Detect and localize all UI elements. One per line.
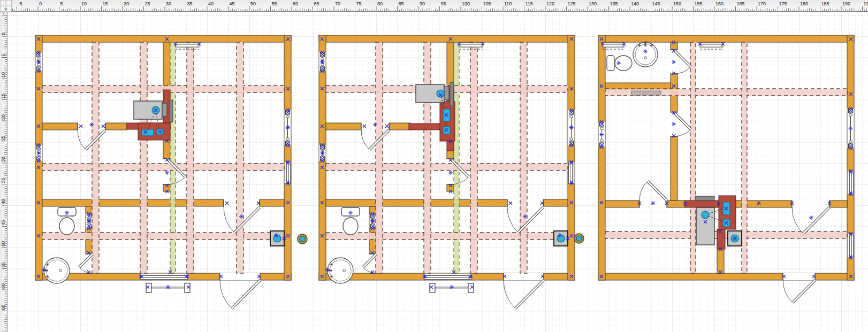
- wall[interactable]: [667, 200, 685, 207]
- window[interactable]: [569, 161, 574, 184]
- window[interactable]: [849, 109, 853, 148]
- plan-canvas[interactable]: -505101520253035404550556065707580859095…: [0, 0, 868, 332]
- window-sash: [569, 162, 574, 183]
- h-ruler-label: 190: [842, 1, 850, 6]
- radiator[interactable]: [631, 91, 661, 95]
- wall[interactable]: [671, 136, 677, 200]
- sink-bowl: [635, 44, 656, 65]
- wall[interactable]: [260, 199, 284, 206]
- wall[interactable]: [598, 273, 854, 280]
- upper-level-wall-pink[interactable]: [42, 164, 284, 171]
- v-ruler-label: 20: [1, 114, 6, 120]
- upper-level-wall-pink[interactable]: [470, 42, 477, 273]
- fixture-center: [576, 236, 582, 241]
- wall[interactable]: [284, 35, 291, 280]
- wall[interactable]: [543, 199, 568, 206]
- wall[interactable]: [568, 35, 575, 280]
- upper-level-wall-pink[interactable]: [92, 42, 99, 273]
- window[interactable]: [848, 171, 854, 195]
- upper-level-wall-pink[interactable]: [605, 231, 847, 238]
- wall[interactable]: [447, 151, 454, 159]
- door-opening: [220, 273, 260, 280]
- h-ruler-label: 185: [821, 1, 829, 6]
- window[interactable]: [321, 145, 325, 161]
- upper-level-wall-pink[interactable]: [42, 233, 284, 240]
- selection-star-icon: [321, 151, 325, 155]
- upper-level-wall-pink[interactable]: [742, 42, 747, 273]
- wall[interactable]: [35, 35, 291, 42]
- upper-level-wall-pink[interactable]: [690, 42, 696, 273]
- upper-level-wall-pink[interactable]: [187, 42, 194, 273]
- stove-body: [685, 200, 719, 207]
- upper-level-wall-pink[interactable]: [140, 42, 147, 273]
- h-ruler-label: 5: [60, 1, 63, 6]
- selection-star-icon: [348, 211, 353, 215]
- boiler[interactable]: [554, 231, 568, 246]
- boiler-dial: [273, 235, 281, 242]
- cabinet-tab: [444, 87, 449, 100]
- circular-fixture[interactable]: [298, 234, 307, 244]
- wall[interactable]: [42, 199, 224, 206]
- window-sash: [424, 274, 471, 280]
- upper-level-wall-pink[interactable]: [326, 233, 568, 240]
- wall[interactable]: [163, 42, 170, 90]
- selection-star-icon: [373, 122, 377, 127]
- selection-star-icon: [239, 214, 243, 219]
- h-ruler-label: 165: [737, 1, 745, 6]
- window-sash-handle: [849, 141, 852, 143]
- h-ruler-label: 35: [187, 1, 193, 6]
- wall[interactable]: [326, 123, 361, 130]
- shelf-top: [176, 43, 199, 47]
- window[interactable]: [848, 233, 854, 258]
- wall[interactable]: [447, 42, 454, 87]
- h-ruler-label: 115: [526, 1, 533, 6]
- wall[interactable]: [163, 140, 170, 159]
- window[interactable]: [140, 274, 188, 280]
- h-ruler-label: 50: [250, 1, 256, 6]
- wall[interactable]: [598, 35, 854, 42]
- wall[interactable]: [389, 123, 410, 130]
- selection-star-icon: [325, 267, 330, 272]
- h-ruler-label: 70: [335, 1, 340, 6]
- h-ruler-label: 110: [504, 1, 512, 6]
- upper-level-wall-pink[interactable]: [376, 42, 383, 273]
- wall[interactable]: [42, 123, 78, 130]
- h-ruler-label: 170: [758, 1, 766, 6]
- window-sash: [848, 171, 854, 194]
- fixture-center: [300, 236, 305, 242]
- drain-icon: [59, 269, 62, 272]
- window[interactable]: [37, 145, 41, 161]
- selection-star-icon: [448, 171, 453, 175]
- upper-level-wall-pink[interactable]: [520, 42, 527, 273]
- circular-fixture[interactable]: [574, 234, 584, 243]
- wall[interactable]: [671, 42, 677, 50]
- window[interactable]: [600, 122, 604, 147]
- selection-star-icon: [286, 125, 290, 129]
- window-sash-handle: [37, 58, 40, 60]
- window[interactable]: [285, 161, 291, 184]
- radiator-bar: [695, 196, 714, 200]
- upper-level-wall-pink[interactable]: [237, 42, 243, 273]
- stove-body: [447, 141, 454, 151]
- h-ruler-label: 85: [399, 1, 404, 6]
- v-ruler-label: 45: [1, 220, 6, 225]
- selection-star-icon: [320, 60, 324, 64]
- drain-icon: [644, 57, 647, 59]
- v-ruler-label: 15: [1, 93, 6, 98]
- wall[interactable]: [319, 35, 575, 42]
- upper-level-wall-pink[interactable]: [424, 42, 431, 273]
- upper-level-wall-pink[interactable]: [326, 164, 568, 171]
- selection-star-icon: [89, 122, 94, 127]
- wall[interactable]: [829, 200, 847, 207]
- door-opening: [792, 200, 829, 207]
- radiator-bar: [450, 82, 453, 106]
- wall[interactable]: [105, 123, 127, 130]
- wall[interactable]: [326, 199, 507, 206]
- sink-basin: [702, 211, 709, 219]
- selection-star-icon: [370, 219, 375, 223]
- v-ruler-label: 0: [1, 33, 6, 35]
- wall[interactable]: [598, 35, 605, 280]
- window[interactable]: [424, 274, 471, 280]
- boiler[interactable]: [270, 231, 284, 246]
- wall[interactable]: [605, 200, 639, 207]
